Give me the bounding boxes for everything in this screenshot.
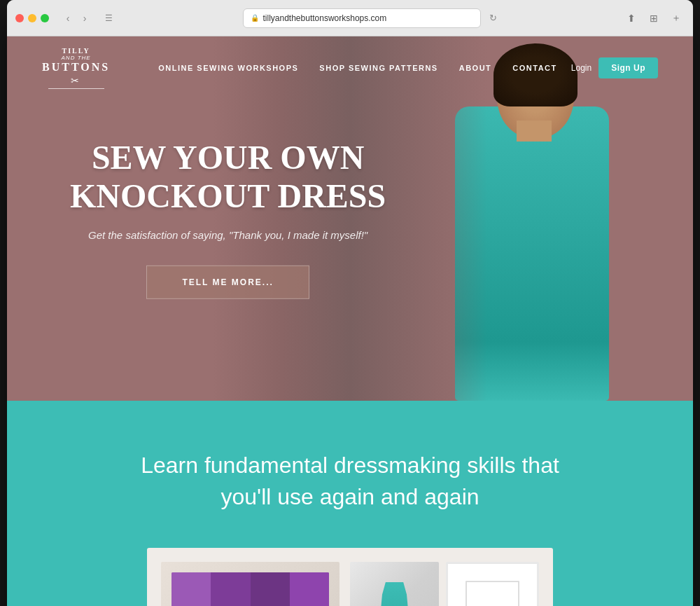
hero-cta-button[interactable]: TELL ME MORE... [146,266,309,299]
close-button[interactable] [15,14,24,22]
logo-tilly: TILLY [62,47,90,55]
website: TILLY AND THE BUTTONS ✂ ONLINE SEWING WO… [7,36,693,606]
browser-chrome: ‹ › ☰ 🔒 tillyandthebuttonsworkshops.com … [7,0,693,36]
logo-and-the: AND THE [62,55,91,61]
nav-buttons: ‹ › [60,11,92,26]
login-link[interactable]: Login [571,63,592,73]
showcase-frame [446,562,539,606]
forward-button[interactable]: › [77,11,92,26]
minimize-button[interactable] [28,14,36,22]
nav-links: ONLINE SEWING WORKSHOPS SHOP SEWING PATT… [158,64,557,72]
teal-headline: Learn fundamental dressmaking skills tha… [133,450,567,513]
logo: TILLY AND THE BUTTONS ✂ [42,47,110,89]
pattern-stripe-2 [211,572,250,606]
browser-actions: ⬆ ⊞ ＋ [623,10,685,27]
maximize-button[interactable] [41,14,49,22]
refresh-button[interactable]: ↻ [489,13,497,23]
dress-photo [350,562,439,606]
new-tab-button[interactable]: ＋ [668,10,685,27]
signup-button[interactable]: Sign Up [598,57,658,78]
pattern-image [172,572,329,606]
showcase-pattern-box: Mettler [161,562,340,606]
share-button[interactable]: ⬆ [623,10,640,27]
nav-auth: Login Sign Up [571,57,658,78]
back-button[interactable]: ‹ [60,11,76,26]
pattern-stripe-1 [172,572,211,606]
hero-title-line2: KNOCKOUT DRESS [70,177,386,214]
teal-section: Learn fundamental dressmaking skills tha… [7,401,693,606]
pattern-stripe-4 [290,572,329,606]
nav-link-patterns[interactable]: SHOP SEWING PATTERNS [319,64,438,72]
nav-link-workshops[interactable]: ONLINE SEWING WORKSHOPS [158,64,298,72]
reader-icon: ☰ [101,11,116,26]
dress-silhouette-icon [377,582,412,606]
url-text: tillyandthebuttonsworkshops.com [263,13,387,23]
add-tab-icon[interactable]: ⊞ [645,10,662,27]
hero-title: SEW YOUR OWN KNOCKOUT DRESS [70,138,386,215]
traffic-lights [15,14,49,22]
navigation: TILLY AND THE BUTTONS ✂ ONLINE SEWING WO… [7,36,693,99]
showcase-right-panel [350,562,539,606]
hero-content: SEW YOUR OWN KNOCKOUT DRESS Get the sati… [42,138,386,299]
lock-icon: 🔒 [251,14,259,22]
address-bar[interactable]: 🔒 tillyandthebuttonsworkshops.com [243,8,481,28]
hero-title-line1: SEW YOUR OWN [92,139,364,176]
hero-subtitle: Get the satisfaction of saying, "Thank y… [70,229,386,241]
logo-buttons: BUTTONS [42,61,110,74]
nav-link-about[interactable]: ABOUT [459,64,492,72]
product-showcase: Mettler [147,548,553,606]
nav-link-contact[interactable]: CONTACT [512,64,556,72]
scissors-icon: ✂ [71,75,82,86]
address-bar-container: 🔒 tillyandthebuttonsworkshops.com ↻ [122,8,617,28]
browser-window: ‹ › ☰ 🔒 tillyandthebuttonsworkshops.com … [7,0,693,606]
logo-divider [48,88,104,89]
hero-section: TILLY AND THE BUTTONS ✂ ONLINE SEWING WO… [7,36,693,401]
pattern-stripe-3 [251,572,290,606]
frame-inner-border [465,581,519,606]
